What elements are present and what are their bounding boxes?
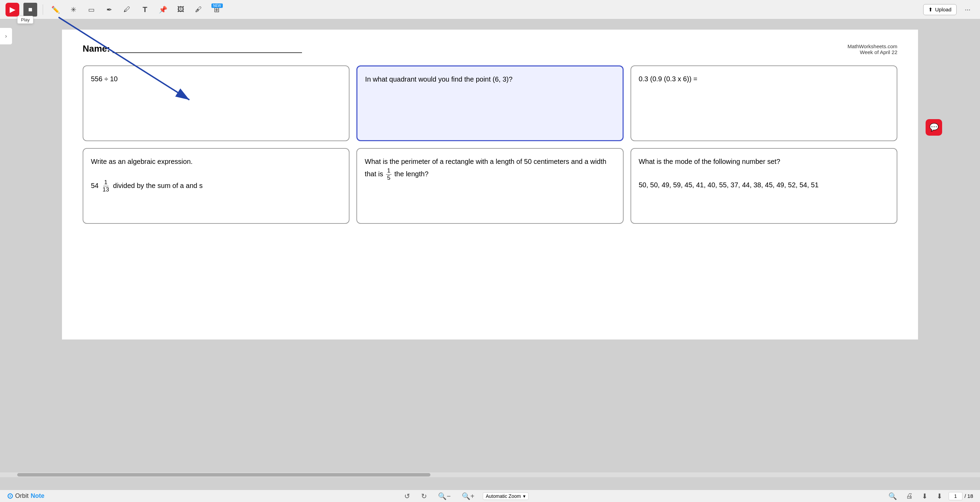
- more-icon: ···: [965, 5, 971, 13]
- site-info: MathWorksheets.com Week of April 22: [848, 43, 897, 55]
- image-button[interactable]: 🖼: [174, 3, 188, 16]
- chevron-right-icon: ›: [5, 33, 7, 39]
- problem-text-5: What is the perimeter of a rectangle wit…: [365, 156, 615, 182]
- text-icon: T: [143, 5, 147, 14]
- site-name: MathWorksheets.com: [848, 43, 897, 49]
- prev-page-button[interactable]: ⬇: [934, 491, 945, 501]
- toolbar-right: ⬆ Upload ···: [923, 3, 975, 16]
- bottom-center: ↺ ↻ 🔍− 🔍+ Automatic Zoom ▾: [401, 491, 528, 501]
- name-label: Name:: [83, 43, 110, 54]
- orbit-text: Orbit: [15, 492, 29, 500]
- eraser-icon: ✏️: [51, 5, 60, 14]
- rect-button[interactable]: ▭: [84, 3, 98, 16]
- stop-button[interactable]: ■: [24, 3, 37, 16]
- orbit-note: Note: [31, 492, 45, 500]
- bottom-left: ⊙ OrbitNote: [7, 492, 45, 500]
- scrollbar-thumb[interactable]: [17, 473, 430, 477]
- name-line: Name:: [83, 43, 302, 54]
- problem-card-6: What is the mode of the following number…: [630, 148, 897, 224]
- play-icon: ▶: [10, 5, 16, 14]
- search-icon: 🔍: [888, 492, 897, 500]
- download-button[interactable]: ⬇: [919, 491, 931, 501]
- upload-button[interactable]: ⬆ Upload: [923, 4, 956, 15]
- eraser-button[interactable]: ✏️: [49, 3, 62, 16]
- draw-button[interactable]: 🖋: [192, 3, 205, 16]
- problem-text-3: 0.3 (0.9 (0.3 x 6)) =: [639, 73, 889, 85]
- chat-icon: 💬: [929, 123, 939, 132]
- problem-card-1: 556 ÷ 10: [83, 65, 350, 141]
- grid-button[interactable]: ⊞ NEW: [210, 3, 223, 16]
- zoom-in-alt-button[interactable]: ↻: [418, 491, 430, 501]
- circle-button[interactable]: ✳: [67, 3, 80, 16]
- zoom-label: Automatic Zoom: [486, 493, 521, 499]
- zoom-out-button[interactable]: 🔍−: [435, 491, 453, 501]
- more-button[interactable]: ···: [961, 3, 975, 16]
- zoom-in-button[interactable]: 🔍+: [459, 491, 477, 501]
- fraction-1-5: 15: [386, 167, 391, 182]
- main-area: Name: MathWorksheets.com Week of April 2…: [0, 19, 980, 489]
- upload-icon: ⬆: [928, 6, 933, 13]
- rect-icon: ▭: [88, 5, 95, 14]
- highlight-button[interactable]: 🖊: [120, 3, 134, 16]
- pen-button[interactable]: ✒: [102, 3, 116, 16]
- problem-text-2: In what quadrant would you find the poin…: [365, 73, 615, 85]
- upload-label: Upload: [935, 6, 951, 13]
- minus-icon: 🔍−: [438, 492, 451, 500]
- draw-icon: 🖋: [195, 5, 202, 13]
- zoom-out-alt-button[interactable]: ↺: [401, 491, 413, 501]
- sidebar-toggle[interactable]: ›: [0, 27, 13, 45]
- document-header: Name: MathWorksheets.com Week of April 2…: [83, 43, 897, 55]
- problem-card-3: 0.3 (0.9 (0.3 x 6)) =: [630, 65, 897, 141]
- document-page: Name: MathWorksheets.com Week of April 2…: [62, 30, 918, 340]
- problem-card-5: What is the perimeter of a rectangle wit…: [356, 148, 623, 224]
- pin-icon: 📌: [159, 5, 167, 14]
- problem-text-4: Write as an algebraic expression. 54 113…: [91, 156, 341, 194]
- pen-icon: ✒: [107, 5, 112, 14]
- orbit-logo: ⊙ OrbitNote: [7, 492, 45, 500]
- circle-icon: ✳: [71, 5, 76, 14]
- zoom-chevron-icon: ▾: [523, 493, 525, 499]
- play-button[interactable]: ▶: [5, 3, 19, 16]
- week-info: Week of April 22: [848, 49, 897, 55]
- name-underline: [113, 45, 302, 53]
- new-badge: NEW: [212, 3, 223, 8]
- prev-icon: ⬇: [937, 492, 942, 500]
- bottom-right: 🔍 🖨 ⬇ ⬇ 1 / 18: [886, 491, 973, 501]
- toolbar: ▶ ■ ✏️ ✳ ▭ ✒ 🖊 T 📌 🖼 🖋 ⊞ NEW ⬆ Upload: [0, 0, 980, 19]
- zoom-fit-icon: ↻: [421, 492, 427, 500]
- orbit-icon: ⊙: [7, 492, 13, 500]
- zoom-cycle-icon: ↺: [404, 492, 410, 500]
- separator-1: [43, 5, 43, 15]
- text-button[interactable]: T: [138, 3, 152, 16]
- stop-icon: ■: [28, 5, 32, 13]
- problem-text-6: What is the mode of the following number…: [639, 156, 889, 191]
- problem-card-2: In what quadrant would you find the poin…: [356, 65, 623, 141]
- fraction-1-13: 113: [102, 179, 110, 194]
- page-total: / 18: [964, 493, 973, 499]
- print-icon: 🖨: [906, 492, 913, 500]
- plus-icon: 🔍+: [462, 492, 474, 500]
- download-icon: ⬇: [922, 492, 928, 500]
- image-icon: 🖼: [177, 5, 184, 13]
- pin-button[interactable]: 📌: [156, 3, 170, 16]
- chat-button[interactable]: 💬: [926, 119, 942, 136]
- bottom-bar: ⊙ OrbitNote ↺ ↻ 🔍− 🔍+ Automatic Zoom ▾ 🔍…: [0, 489, 980, 502]
- print-button[interactable]: 🖨: [903, 491, 916, 500]
- highlight-icon: 🖊: [124, 5, 130, 13]
- search-button[interactable]: 🔍: [886, 491, 900, 501]
- page-input[interactable]: 1: [949, 492, 963, 500]
- zoom-select[interactable]: Automatic Zoom ▾: [483, 492, 528, 500]
- horizontal-scrollbar[interactable]: [0, 472, 980, 477]
- problem-text-1: 556 ÷ 10: [91, 73, 341, 85]
- problem-card-4: Write as an algebraic expression. 54 113…: [83, 148, 350, 224]
- play-tooltip: Play: [17, 16, 33, 24]
- page-indicator: 1 / 18: [949, 492, 973, 500]
- problems-grid: 556 ÷ 10 In what quadrant would you find…: [83, 65, 897, 224]
